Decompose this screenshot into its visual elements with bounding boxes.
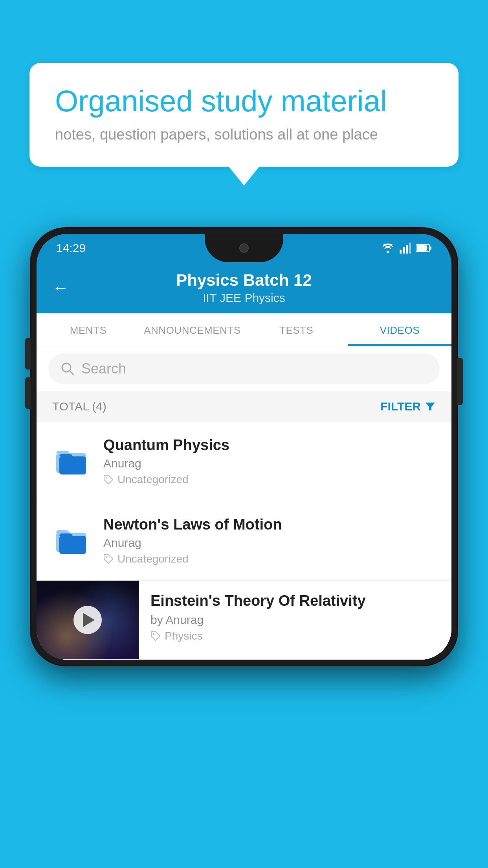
status-time: 14:29 bbox=[56, 241, 86, 255]
item-tag: Uncategorized bbox=[103, 553, 436, 565]
filter-funnel-icon bbox=[425, 401, 436, 412]
search-icon bbox=[60, 361, 75, 376]
svg-point-16 bbox=[106, 556, 107, 558]
power-button bbox=[457, 358, 463, 405]
folder-icon bbox=[52, 519, 92, 559]
tab-bar: MENTS ANNOUNCEMENTS TESTS VIDEOS bbox=[37, 313, 451, 346]
svg-point-0 bbox=[387, 251, 389, 253]
search-container: Search bbox=[37, 346, 451, 391]
video-title: Einstein's Theory Of Relativity bbox=[150, 592, 440, 609]
tab-ments[interactable]: MENTS bbox=[37, 313, 140, 346]
item-title: Quantum Physics bbox=[103, 437, 436, 454]
status-bar: 14:29 bbox=[37, 234, 451, 262]
svg-rect-4 bbox=[409, 243, 411, 254]
tag-icon bbox=[103, 474, 114, 485]
video-thumbnail bbox=[37, 581, 139, 659]
tag-icon bbox=[103, 554, 114, 564]
list-item[interactable]: Newton's Laws of Motion Anurag Uncategor… bbox=[37, 501, 451, 581]
video-list-item[interactable]: Einstein's Theory Of Relativity by Anura… bbox=[37, 581, 451, 660]
content-list: Quantum Physics Anurag Uncategorized bbox=[37, 422, 451, 660]
search-input-wrapper[interactable]: Search bbox=[48, 353, 440, 384]
svg-rect-15 bbox=[59, 536, 86, 554]
total-count: TOTAL (4) bbox=[52, 400, 106, 413]
item-tag: Uncategorized bbox=[103, 473, 436, 486]
app-subtitle: IIT JEE Physics bbox=[203, 291, 285, 305]
list-item[interactable]: Quantum Physics Anurag Uncategorized bbox=[37, 422, 451, 501]
play-button[interactable] bbox=[73, 606, 102, 634]
filter-bar: TOTAL (4) FILTER bbox=[37, 391, 451, 422]
battery-icon bbox=[416, 244, 432, 252]
app-header: ← Physics Batch 12 IIT JEE Physics bbox=[37, 262, 451, 313]
svg-rect-7 bbox=[429, 246, 431, 250]
svg-rect-1 bbox=[400, 250, 402, 254]
video-content: Einstein's Theory Of Relativity by Anura… bbox=[139, 581, 451, 654]
tab-videos[interactable]: VIDEOS bbox=[348, 313, 451, 346]
phone-screen: 14:29 bbox=[37, 234, 451, 660]
svg-rect-12 bbox=[59, 456, 86, 474]
tag-icon bbox=[150, 631, 161, 641]
item-content: Quantum Physics Anurag Uncategorized bbox=[103, 437, 436, 486]
tab-announcements[interactable]: ANNOUNCEMENTS bbox=[140, 313, 244, 346]
item-author: Anurag bbox=[103, 536, 436, 550]
status-icons bbox=[381, 243, 432, 254]
volume-down-button bbox=[25, 377, 31, 409]
phone-frame: 14:29 bbox=[31, 228, 457, 666]
phone-notch bbox=[205, 234, 283, 262]
svg-rect-2 bbox=[403, 247, 405, 254]
filter-button[interactable]: FILTER bbox=[380, 400, 436, 413]
svg-rect-6 bbox=[417, 245, 427, 251]
app-title: Physics Batch 12 bbox=[176, 271, 312, 290]
svg-marker-10 bbox=[426, 403, 435, 410]
phone-container: 14:29 bbox=[31, 228, 457, 868]
video-tag: Physics bbox=[150, 630, 440, 642]
back-button[interactable]: ← bbox=[52, 278, 69, 297]
volume-up-button bbox=[25, 338, 31, 370]
svg-rect-3 bbox=[406, 245, 408, 254]
video-author: by Anurag bbox=[150, 613, 440, 627]
tab-tests[interactable]: TESTS bbox=[245, 313, 348, 346]
front-camera bbox=[239, 243, 249, 253]
play-triangle-icon bbox=[83, 613, 95, 627]
speech-bubble-title: Organised study material bbox=[55, 85, 433, 118]
item-author: Anurag bbox=[103, 457, 436, 470]
item-title: Newton's Laws of Motion bbox=[103, 516, 436, 533]
search-placeholder: Search bbox=[81, 360, 126, 377]
speech-bubble: Organised study material notes, question… bbox=[29, 63, 459, 167]
wifi-icon bbox=[381, 243, 395, 254]
svg-point-13 bbox=[106, 477, 107, 478]
speech-bubble-subtitle: notes, question papers, solutions all at… bbox=[55, 126, 433, 143]
item-content: Newton's Laws of Motion Anurag Uncategor… bbox=[103, 516, 436, 565]
svg-point-17 bbox=[153, 633, 154, 635]
folder-icon bbox=[52, 440, 92, 479]
svg-line-9 bbox=[70, 371, 73, 375]
signal-icon bbox=[400, 243, 411, 254]
